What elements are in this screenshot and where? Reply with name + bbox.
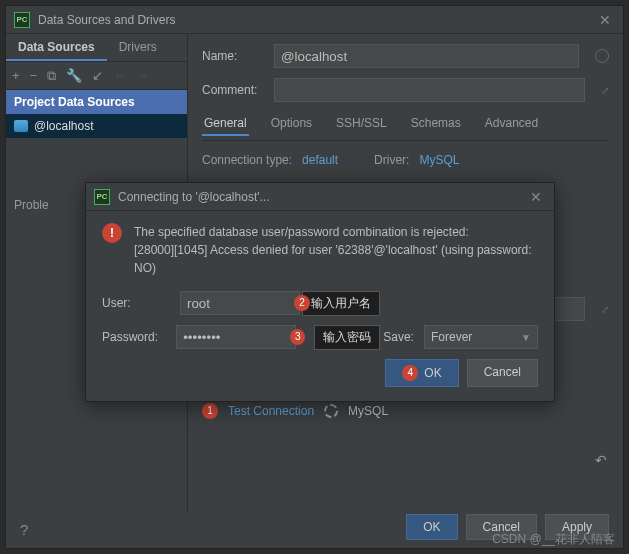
connection-type-label: Connection type:	[202, 153, 292, 167]
driver-label: Driver:	[374, 153, 409, 167]
app-icon: PC	[94, 189, 110, 205]
back-icon[interactable]: ←	[113, 68, 126, 83]
remove-icon[interactable]: −	[30, 68, 38, 83]
sidebar-toolbar: + − ⧉ 🔧 ↙ ← →	[6, 62, 187, 90]
refresh-icon[interactable]: ↶	[595, 452, 607, 468]
color-indicator-icon[interactable]	[595, 49, 609, 63]
modal-ok-button[interactable]: 4 OK	[385, 359, 458, 387]
close-icon[interactable]: ✕	[526, 189, 546, 205]
modal-titlebar: PC Connecting to '@localhost'... ✕	[86, 183, 554, 211]
modal-body: ! The specified database user/password c…	[86, 211, 554, 401]
tree-item-localhost[interactable]: @localhost	[6, 114, 187, 138]
step-3-badge: 3	[290, 329, 305, 345]
save-select[interactable]: Forever ▼	[424, 325, 538, 349]
user-label: User:	[102, 296, 170, 310]
error-message: The specified database user/password com…	[134, 223, 538, 277]
connection-type-value[interactable]: default	[302, 153, 338, 167]
app-icon: PC	[14, 12, 30, 28]
password-row: Password: 3 输入密码 Save: Forever ▼	[102, 325, 538, 349]
save-value: Forever	[431, 330, 472, 344]
spinner-icon	[324, 404, 338, 418]
close-icon[interactable]: ✕	[595, 12, 615, 28]
driver-value[interactable]: MySQL	[419, 153, 459, 167]
detail-tabs: General Options SSH/SSL Schemas Advanced	[202, 112, 609, 141]
tree-item-label: @localhost	[34, 119, 94, 133]
titlebar: PC Data Sources and Drivers ✕	[6, 6, 623, 34]
expand-url-icon[interactable]: ⤢	[601, 304, 609, 315]
tab-data-sources[interactable]: Data Sources	[6, 34, 107, 61]
comment-input[interactable]	[274, 78, 585, 102]
save-label: Save:	[383, 330, 414, 344]
tooltip-password: 输入密码	[314, 325, 380, 350]
modal-title: Connecting to '@localhost'...	[118, 190, 526, 204]
error-icon: !	[102, 223, 122, 243]
step-2-badge: 2	[294, 295, 310, 311]
modal-footer: 4 OK Cancel	[102, 359, 538, 387]
forward-icon[interactable]: →	[136, 68, 149, 83]
tooltip-user: 输入用户名	[302, 291, 380, 316]
tab-advanced[interactable]: Advanced	[483, 112, 540, 136]
user-row: User: 2 输入用户名	[102, 291, 538, 315]
watermark: CSDN @__花非人陌客	[492, 531, 615, 548]
chevron-down-icon: ▼	[521, 332, 531, 343]
reset-icon[interactable]: ↙	[92, 68, 103, 83]
tab-options[interactable]: Options	[269, 112, 314, 136]
password-input[interactable]	[176, 325, 296, 349]
expand-icon[interactable]: ⤢	[601, 85, 609, 96]
modal-cancel-button[interactable]: Cancel	[467, 359, 538, 387]
user-input[interactable]	[180, 291, 300, 315]
copy-icon[interactable]: ⧉	[47, 68, 56, 84]
add-icon[interactable]: +	[12, 68, 20, 83]
comment-label: Comment:	[202, 83, 264, 97]
name-input[interactable]	[274, 44, 579, 68]
database-icon	[14, 120, 28, 132]
tab-general[interactable]: General	[202, 112, 249, 136]
name-label: Name:	[202, 49, 264, 63]
window-title: Data Sources and Drivers	[38, 13, 595, 27]
password-label: Password:	[102, 330, 166, 344]
wrench-icon[interactable]: 🔧	[66, 68, 82, 83]
step-4-badge: 4	[402, 365, 418, 381]
tab-schemas[interactable]: Schemas	[409, 112, 463, 136]
connecting-dialog: PC Connecting to '@localhost'... ✕ ! The…	[85, 182, 555, 402]
tree-header: Project Data Sources	[6, 90, 187, 114]
test-connection-row: 1 Test Connection MySQL	[202, 403, 609, 419]
step-1-badge: 1	[202, 403, 218, 419]
sidebar-tabs: Data Sources Drivers	[6, 34, 187, 62]
test-connection-link[interactable]: Test Connection	[228, 404, 314, 418]
ok-button[interactable]: OK	[406, 514, 457, 540]
tab-sshssl[interactable]: SSH/SSL	[334, 112, 389, 136]
gear-icon[interactable]: ?	[20, 521, 28, 538]
tab-drivers[interactable]: Drivers	[107, 34, 169, 61]
status-text: MySQL	[348, 404, 388, 418]
